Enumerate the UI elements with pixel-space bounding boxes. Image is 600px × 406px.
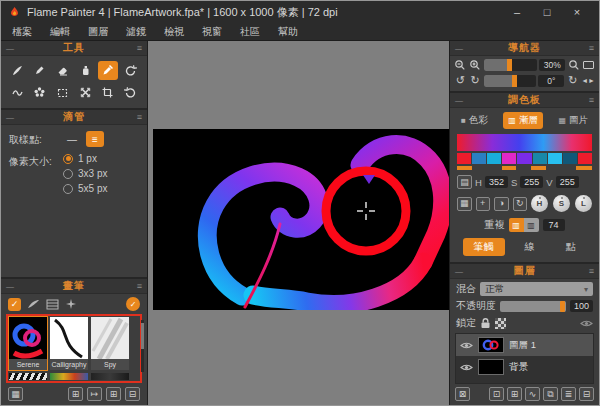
brush-add-button[interactable]: ⊞ <box>106 387 121 401</box>
crop-tool[interactable] <box>98 83 119 102</box>
panel-menu-icon[interactable]: ≡ <box>130 281 142 291</box>
pencil-tool[interactable] <box>30 61 51 80</box>
menu-file[interactable]: 檔案 <box>3 25 41 39</box>
panel-menu-icon[interactable]: ≡ <box>582 266 594 276</box>
gradient-stop[interactable] <box>531 166 546 170</box>
brush-grid-view-button[interactable]: ▦ <box>8 387 23 401</box>
tab-image[interactable]: ▦圖片 <box>553 112 593 129</box>
palette-options-button[interactable]: ▤ <box>457 175 472 189</box>
close-button[interactable]: × <box>562 6 592 18</box>
brush-partial-thumb[interactable] <box>91 373 129 380</box>
panel-menu-icon[interactable]: ≡ <box>130 112 142 122</box>
smudge-tool[interactable] <box>7 83 28 102</box>
mode-dot-tab[interactable]: 點 <box>555 238 587 256</box>
brush-spy[interactable]: Spy <box>91 317 129 370</box>
blur-tool[interactable] <box>30 83 51 102</box>
v-value[interactable]: 255 <box>556 176 579 188</box>
contrast-button[interactable]: ◑ <box>494 197 509 211</box>
mode-stroke-tab[interactable]: 筆觸 <box>463 238 505 256</box>
collapse-icon[interactable]: — <box>455 267 467 276</box>
brush-check-circle-icon[interactable]: ✓ <box>126 297 140 311</box>
brush-remove-button[interactable]: ⊟ <box>125 387 140 401</box>
repeat-value[interactable]: 74 <box>543 219 565 231</box>
brush-small-grid-button[interactable]: ⊞ <box>68 387 83 401</box>
tab-gradient[interactable]: ▥漸層 <box>503 112 543 129</box>
repeat-on-button[interactable]: ▥ <box>509 218 524 232</box>
rotation-slider[interactable] <box>484 75 537 87</box>
layer-visibility-icon[interactable] <box>580 319 593 328</box>
eye-icon[interactable] <box>460 341 473 350</box>
brush-partial-thumb[interactable] <box>50 373 88 380</box>
brush-import-button[interactable]: ↦ <box>87 387 102 401</box>
zoom-in-icon[interactable] <box>469 58 482 71</box>
sparkle-filter-icon[interactable] <box>65 298 77 310</box>
saturation-dial[interactable]: S <box>553 195 570 212</box>
grid-button[interactable]: ▦ <box>457 197 472 211</box>
layer-row-background[interactable]: 背景 <box>456 356 593 378</box>
brush-stroke-filter-icon[interactable] <box>27 299 40 310</box>
tab-color[interactable]: ■色彩 <box>456 112 493 129</box>
brush-filter-checkbox[interactable]: ✓ <box>8 298 21 311</box>
menu-edit[interactable]: 編輯 <box>41 25 79 39</box>
s-value[interactable]: 255 <box>520 176 543 188</box>
brush-list-scrollbar[interactable] <box>141 320 144 372</box>
collapse-icon[interactable]: — <box>6 44 18 53</box>
panel-menu-icon[interactable]: ≡ <box>582 95 594 105</box>
undo-tool[interactable] <box>120 61 141 80</box>
brush-partial-thumb[interactable] <box>9 373 47 380</box>
swatch[interactable] <box>517 153 531 164</box>
clear-layer-button[interactable]: ⊠ <box>455 387 470 401</box>
rotate-ccw-icon[interactable]: ↺ <box>454 74 467 87</box>
fit-screen-icon[interactable] <box>582 58 595 71</box>
menu-view[interactable]: 檢視 <box>155 25 193 39</box>
lock-icon[interactable] <box>480 317 491 329</box>
repeat-off-button[interactable]: ▥ <box>524 218 539 232</box>
collapse-icon[interactable]: — <box>455 44 467 53</box>
move-tool[interactable] <box>75 83 96 102</box>
menu-window[interactable]: 視窗 <box>193 25 231 39</box>
flip-horizontal-icon[interactable]: ◄► <box>581 74 595 87</box>
minimize-button[interactable]: – <box>502 6 532 18</box>
swatch[interactable] <box>533 153 547 164</box>
collapse-icon[interactable]: — <box>455 96 467 105</box>
menu-filter[interactable]: 濾鏡 <box>117 25 155 39</box>
sample-line-button[interactable]: — <box>63 131 81 147</box>
panel-menu-icon[interactable]: ≡ <box>582 43 594 53</box>
collapse-icon[interactable]: — <box>6 282 18 291</box>
swatch[interactable] <box>487 153 501 164</box>
vector-layer-button[interactable]: ∿ <box>525 387 540 401</box>
radio-1px[interactable]: 1 px <box>63 153 107 164</box>
gradient-stop[interactable] <box>457 166 472 170</box>
loop-button[interactable]: ↻ <box>513 197 528 211</box>
swatch[interactable] <box>548 153 562 164</box>
mode-line-tab[interactable]: 線 <box>514 238 546 256</box>
lightness-dial[interactable]: L <box>575 195 592 212</box>
gradient-bar[interactable] <box>457 134 592 151</box>
add-color-button[interactable]: + <box>476 197 491 211</box>
blend-mode-dropdown[interactable]: 正常▾ <box>480 282 593 296</box>
merge-layer-button[interactable]: ≣ <box>561 387 576 401</box>
layer-row-1[interactable]: 圖層 1 <box>456 334 593 356</box>
sample-layers-button[interactable]: ≡ <box>86 131 104 147</box>
zoom-out-icon[interactable] <box>454 58 467 71</box>
brush-tool[interactable] <box>7 61 28 80</box>
radio-5x5px[interactable]: 5x5 px <box>63 183 107 194</box>
paint-tool[interactable] <box>75 61 96 80</box>
collapse-icon[interactable]: — <box>6 113 18 122</box>
opacity-slider[interactable] <box>500 301 566 312</box>
brush-calligraphy[interactable]: Calligraphy <box>50 317 88 370</box>
rotate-reset-icon[interactable]: ↻ <box>566 74 579 87</box>
menu-layer[interactable]: 圖層 <box>79 25 117 39</box>
rotate-cw-icon[interactable]: ↻ <box>469 74 482 87</box>
add-layer-button[interactable]: ⊞ <box>507 387 522 401</box>
hue-dial[interactable]: H <box>531 195 548 212</box>
gradient-stop[interactable] <box>502 166 517 170</box>
select-tool[interactable] <box>52 83 73 102</box>
swatch[interactable] <box>472 153 486 164</box>
radio-3x3px[interactable]: 3x3 px <box>63 168 107 179</box>
h-value[interactable]: 352 <box>485 176 508 188</box>
gradient-stop[interactable] <box>576 166 592 170</box>
brush-stamp-filter-icon[interactable] <box>46 299 59 310</box>
eyedropper-tool[interactable] <box>98 61 119 80</box>
transparency-lock-icon[interactable] <box>495 318 506 329</box>
